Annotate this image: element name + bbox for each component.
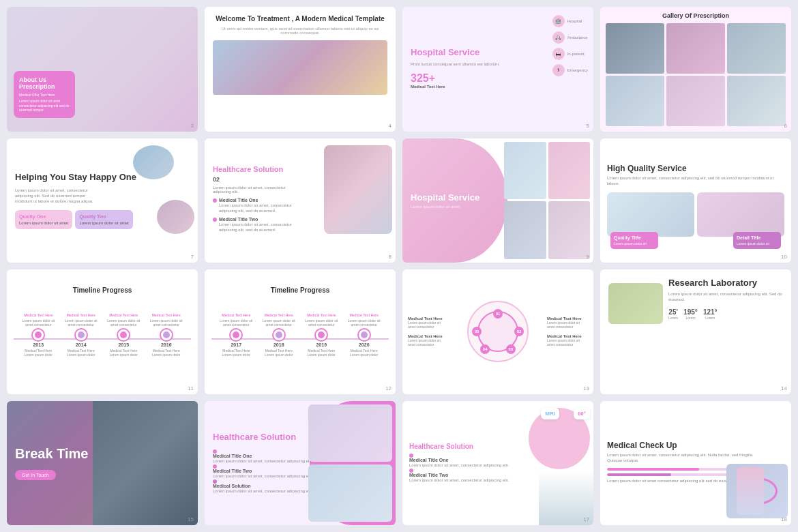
tl2-above-1: Medical Text Here xyxy=(222,313,250,317)
hcs2-bullet-2-text: Lorem ipsum dolor sit amet, consectetur … xyxy=(213,473,312,479)
hospital-item-1: 🏥 Hospital xyxy=(552,15,588,27)
high-quality-title: High Quality Service xyxy=(607,164,687,173)
slide-6: Gallery Of Prescription 6 xyxy=(600,7,791,132)
tl2-text-3: Lorem ipsum dolor sit amet consectetur xyxy=(303,319,340,327)
bullet-dot-1 xyxy=(213,198,217,203)
bullet-2-text: Lorem ipsum dolor sit amet, consectetur … xyxy=(219,222,295,233)
lab-image-circle-2 xyxy=(157,200,194,234)
doctor-stat-2: MRI xyxy=(541,408,559,419)
tl-above-label-3: Medical Text Here xyxy=(109,313,138,317)
about-us-title: About Us Prescription xyxy=(19,76,70,90)
tl2-text-2: Lorem ipsum dolor sit amet consectetur xyxy=(260,319,297,327)
timeline-2-title: Timeline Progress xyxy=(271,286,330,294)
research-lab-stats: 25' Lorem 195° Lorem 121° Lorem xyxy=(668,308,783,320)
patient-figure xyxy=(737,467,764,515)
slide-4: Welcome To Treatment , A Modern Medical … xyxy=(205,7,396,132)
tl-year-1: 2013 xyxy=(33,342,44,347)
tl-above-text-2: Lorem ipsum dolor sit amet consectetur xyxy=(62,319,100,327)
timeline2-node-4: Medical Text Here Lorem ipsum dolor sit … xyxy=(343,313,386,357)
hcs2-bullet-1-text: Lorem ipsum dolor sit amet, consectetur … xyxy=(213,458,312,464)
slide-number-8: 8 xyxy=(389,254,391,260)
hospital-service-number: 325+ xyxy=(411,72,435,85)
hcs2-bullet-3: Medical Solution Lorem ipsum dolor sit a… xyxy=(213,479,312,494)
timeline-2-row: Medical Text Here Lorem ipsum dolor sit … xyxy=(211,299,389,377)
research-lab-body: Lorem ipsum dolor sit amet, consectetur … xyxy=(668,292,783,303)
bullet-dot-2 xyxy=(213,218,217,222)
slide-number-15: 15 xyxy=(188,516,194,522)
step-items-left: Medical Text Here Lorem ipsum dolor sit … xyxy=(408,316,449,346)
hcs2-bullet-2: Medical Title Two Lorem ipsum dolor sit … xyxy=(213,464,312,479)
hcs3-bullet-1: Medical Title One Lorem ipsum dolor sit … xyxy=(409,453,509,468)
healthcare-right-image xyxy=(324,145,392,234)
step-item-2-text: Lorem ipsum dolor sit amet consectetur xyxy=(408,338,449,346)
hcs3-bullet-2: Medical Title Two Lorem ipsum dolor sit … xyxy=(409,468,509,483)
gallery-title: Gallery Of Prescription xyxy=(662,12,729,19)
about-us-body: Lorem ipsum dolor sit amet consectetur a… xyxy=(19,99,70,113)
tl-circle-3 xyxy=(118,329,129,340)
timeline2-node-3: Medical Text Here Lorem ipsum dolor sit … xyxy=(300,313,343,357)
hcs2-bullet-3-title: Medical Solution xyxy=(213,484,312,488)
high-quality-card-2: Detail Title Lorem ipsum dolor sit xyxy=(733,232,781,249)
stat-1: 25' Lorem xyxy=(668,308,678,320)
tl-above-text-4: Lorem ipsum dolor sit amet consectetur xyxy=(147,319,185,327)
stat-1-number: 25' xyxy=(668,308,678,316)
hospital-item-4: ⚕ Emergency xyxy=(552,64,588,76)
tl2-year-1: 2017 xyxy=(231,342,241,347)
quality-card-1-title: Quality One xyxy=(19,214,68,219)
slide-8: Healthcare Solution 02 Lorem ipsum dolor… xyxy=(205,138,396,263)
tl2-above-2: Medical Text Here xyxy=(265,313,293,317)
slide-3: About Us Prescription Medical Offer Text… xyxy=(7,7,198,132)
quality-card-1-text: Lorem ipsum dolor sit amet xyxy=(19,221,68,225)
gallery-cell-2 xyxy=(666,23,725,74)
bullet-2: Medical Title Two Lorem ipsum dolor sit … xyxy=(213,217,295,233)
break-time-button[interactable]: Get In Touch xyxy=(15,470,56,480)
tl2-label-2: Medical Text HereLorem ipsum dolor xyxy=(265,349,293,357)
slide-number-6: 6 xyxy=(784,123,787,129)
step-item-4-text: Lorem ipsum dolor sit amet consectetur xyxy=(547,338,588,346)
slide-13: 01 02 03 04 05 Medical Text Here Lorem i… xyxy=(402,269,593,394)
hospital-item-2-label: Ambulance xyxy=(567,35,588,40)
hcs2-bullet-1-title: Medical Title One xyxy=(213,454,312,458)
stat-3: 121° Lorem xyxy=(703,308,718,320)
hospital-service-items: 🏥 Hospital 🚑 Ambulance 🛏 In-patient ⚕ Em… xyxy=(552,15,588,76)
tl-year-3: 2015 xyxy=(118,342,129,347)
medical-checkup-title: Medical Check Up xyxy=(607,441,677,450)
hospital-service-photos xyxy=(504,142,590,260)
slide-18: Medical Check Up Lorem ipsum dolor sit a… xyxy=(600,401,791,526)
high-quality-images xyxy=(607,192,784,237)
step-item-4: Medical Text Here Lorem ipsum dolor sit … xyxy=(547,334,588,346)
hospital-item-4-label: Emergency xyxy=(567,68,588,72)
hospital-icon: 🏥 xyxy=(552,15,565,27)
slides-grid: About Us Prescription Medical Offer Text… xyxy=(0,0,798,532)
hqs-card-1-title: Quality Title xyxy=(614,235,655,240)
tl2-above-4: Medical Text Here xyxy=(350,313,379,317)
hospital-service-title: Hospital Service xyxy=(411,47,479,57)
hcs2-bullet-1-content: Medical Title One Lorem ipsum dolor sit … xyxy=(213,454,312,464)
slide-9: Hospital Service Lorem ipsum dolor sit a… xyxy=(402,138,593,263)
helping-title: Helping You Stay Happy One xyxy=(15,172,136,182)
slide-14: Research Laboratory Lorem ipsum dolor si… xyxy=(600,269,791,394)
hospital-item-3: 🛏 In-patient xyxy=(552,48,588,60)
gallery-grid xyxy=(606,23,786,126)
slide-15: Break Time Get In Touch 15 xyxy=(7,401,198,526)
hospital-service-2-title: Hospital Service xyxy=(411,192,499,203)
tl2-circle-1 xyxy=(231,329,241,340)
welcome-body: Ut enim ad minim veniam, quis nostrud ex… xyxy=(213,27,387,35)
gallery-cell-5 xyxy=(666,76,725,126)
slide-11: Timeline Progress Medical Text Here Lore… xyxy=(7,269,198,394)
slide-5: Hospital Service Proin luctus consequat … xyxy=(402,7,593,132)
slide-number-7: 7 xyxy=(191,254,194,260)
slide-number-17: 17 xyxy=(583,516,589,522)
about-us-card: About Us Prescription Medical Offer Text… xyxy=(14,71,75,118)
tl-above-text-3: Lorem ipsum dolor sit amet consectetur xyxy=(105,319,143,327)
bullet-1-title: Medical Title One xyxy=(219,198,295,203)
hcs2-bullet-2-title: Medical Title Two xyxy=(213,469,312,473)
slide-number-11: 11 xyxy=(188,385,194,391)
step-node-4: 04 xyxy=(480,344,490,354)
hcs3-bullet-2-content: Medical Title Two Lorem ipsum dolor sit … xyxy=(409,473,509,483)
tl-label-2: Medical Text HereLorem ipsum dolor xyxy=(67,349,95,357)
hospital-photo-a xyxy=(504,142,546,200)
helping-body: Lorem ipsum dolor sit amet, consectetur … xyxy=(15,188,104,205)
welcome-title: Welcome To Treatment , A Modern Medical … xyxy=(216,15,385,23)
healthcare-solution-title: Healthcare Solution xyxy=(213,165,295,173)
